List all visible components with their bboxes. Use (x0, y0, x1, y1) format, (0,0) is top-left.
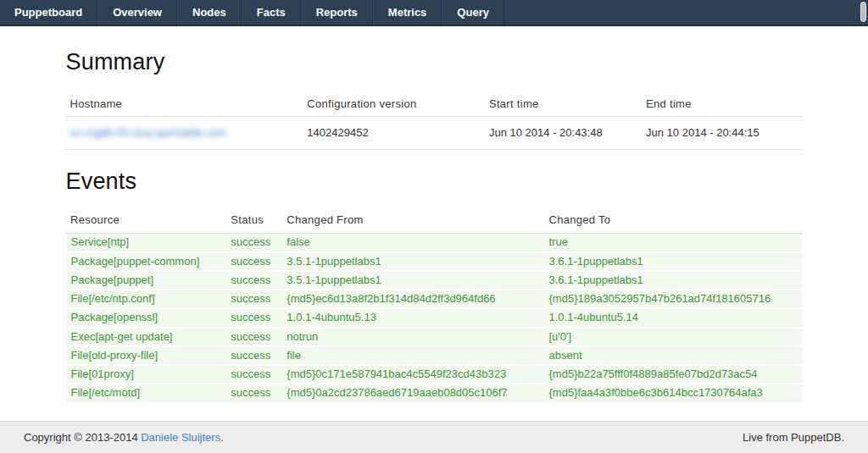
event-resource: Exec[apt-get update] (66, 328, 226, 346)
report-page: Summary Hostname Configuration version S… (0, 26, 868, 421)
event-changed-to: {md5}faa4a3f0bbe6c3b614bcc1730764afa3 (545, 384, 803, 402)
summary-heading: Summary (66, 49, 803, 75)
end-time-value: Jun 10 2014 - 20:44:15 (642, 117, 802, 150)
events-col-changed-to: Changed To (545, 208, 803, 234)
event-status: success (226, 384, 282, 402)
events-header-row: Resource Status Changed From Changed To (66, 208, 803, 234)
events-col-changed-from: Changed From (282, 208, 544, 234)
live-status-text: Live from PuppetDB. (743, 431, 844, 444)
event-changed-to: true (545, 234, 803, 252)
event-changed-to: 3.6.1-1puppetlabs1 (545, 271, 803, 290)
events-table: Resource Status Changed From Changed To … (66, 208, 803, 403)
nav-item-facts[interactable]: Facts (242, 0, 301, 25)
top-navbar: Puppetboard Overview Nodes Facts Reports… (0, 0, 868, 26)
event-status: success (226, 234, 282, 252)
nav-item-query[interactable]: Query (442, 0, 504, 25)
event-resource: Service[ntp] (66, 234, 226, 252)
event-row: File[/etc/ntp.conf] success {md5}ec6d13a… (66, 290, 803, 308)
event-resource: File[/etc/motd] (66, 384, 226, 402)
nav-item-metrics[interactable]: Metrics (373, 0, 442, 25)
event-changed-to: {md5}b22a75fff0f4889a85fe07bd2d73ac54 (545, 365, 803, 384)
summary-col-start-time: Start time (485, 92, 642, 117)
event-row: Package[openssl] success 1.0.1-4ubuntu5.… (66, 308, 803, 327)
nav-item-overview[interactable]: Overview (97, 0, 177, 25)
page-footer: Copyright © 2013-2014 Daniele Sluijters.… (0, 421, 868, 453)
event-changed-to: 3.6.1-1puppetlabs1 (545, 252, 803, 271)
summary-header-row: Hostname Configuration version Start tim… (66, 92, 803, 117)
events-col-status: Status (226, 208, 282, 234)
event-changed-from: {md5}ec6d13a8f2b1f314d84d2ff3d964fd66 (282, 290, 544, 308)
event-status: success (226, 271, 282, 290)
event-status: success (226, 328, 282, 346)
event-resource: Package[openssl] (66, 308, 226, 327)
summary-col-end-time: End time (642, 92, 802, 117)
event-resource: File[01proxy] (66, 365, 226, 384)
event-status: success (226, 365, 282, 384)
event-changed-from: 1.0.1-4ubuntu5.13 (282, 308, 544, 327)
event-changed-from: file (282, 346, 544, 365)
event-row: Service[ntp] success false true (66, 234, 803, 252)
nav-item-reports[interactable]: Reports (301, 0, 373, 25)
summary-table: Hostname Configuration version Start tim… (66, 92, 803, 150)
event-changed-from: notrun (282, 328, 544, 346)
event-resource: Package[puppet-common] (66, 252, 226, 271)
event-changed-from: 3.5.1-1puppetlabs1 (282, 271, 544, 290)
summary-col-config-version: Configuration version (303, 92, 485, 117)
event-status: success (226, 252, 282, 271)
event-resource: Package[puppet] (66, 271, 226, 290)
copyright-prefix: Copyright © 2013-2014 (24, 431, 141, 444)
event-changed-to: 1.0.1-4ubuntu5.14 (545, 308, 803, 327)
summary-col-hostname: Hostname (66, 92, 303, 117)
summary-row: uc-mgdb-05.stsq.spentable.com 1402429452… (66, 117, 803, 150)
event-row: File[old-proxy-file] success file absent (66, 346, 803, 365)
event-row: Package[puppet] success 3.5.1-1puppetlab… (66, 271, 803, 290)
copyright-text: Copyright © 2013-2014 Daniele Sluijters. (24, 431, 224, 444)
event-row: Exec[apt-get update] success notrun [u'0… (66, 328, 803, 346)
event-resource: File[old-proxy-file] (66, 346, 226, 365)
config-version-value: 1402429452 (303, 117, 485, 150)
event-status: success (226, 290, 282, 308)
event-status: success (226, 308, 282, 327)
event-changed-to: absent (545, 346, 803, 365)
event-changed-from: {md5}0a2cd23786aed6719aaeb08d05c106f7 (282, 384, 544, 402)
hostname-link[interactable]: uc-mgdb-05.stsq.spentable.com (70, 126, 227, 139)
nav-item-nodes[interactable]: Nodes (177, 0, 242, 25)
events-heading: Events (66, 168, 803, 195)
event-changed-from: false (282, 234, 544, 252)
event-row: File[/etc/motd] success {md5}0a2cd23786a… (66, 384, 803, 402)
vertical-scrollbar-thumb[interactable] (860, 2, 866, 22)
copyright-suffix: . (220, 431, 224, 444)
event-changed-from: 3.5.1-1puppetlabs1 (282, 252, 544, 271)
event-row: Package[puppet-common] success 3.5.1-1pu… (66, 252, 803, 271)
nav-brand-puppetboard[interactable]: Puppetboard (0, 0, 97, 25)
event-row: File[01proxy] success {md5}0c171e587941b… (66, 365, 803, 384)
event-changed-from: {md5}0c171e587941bac4c5549f23cd43b323 (282, 365, 544, 384)
event-status: success (226, 346, 282, 365)
event-changed-to: {md5}189a3052957b47b261ad74f181605716 (545, 290, 803, 308)
start-time-value: Jun 10 2014 - 20:43:48 (485, 117, 642, 150)
author-link[interactable]: Daniele Sluijters (141, 431, 220, 444)
event-resource: File[/etc/ntp.conf] (66, 290, 226, 308)
event-changed-to: [u'0'] (545, 328, 803, 346)
events-col-resource: Resource (66, 208, 226, 234)
